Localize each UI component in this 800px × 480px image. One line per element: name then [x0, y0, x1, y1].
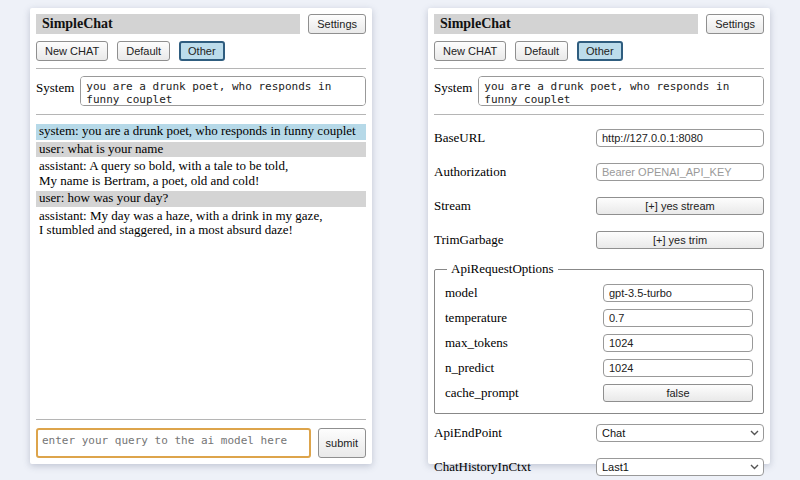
- chathistoryinctxt-label: ChatHistoryInCtxt: [434, 459, 596, 475]
- apiendpoint-label: ApiEndPoint: [434, 425, 596, 441]
- system-label: System: [36, 76, 74, 96]
- authorization-input[interactable]: [596, 163, 764, 181]
- system-prompt-input[interactable]: you are a drunk poet, who responds in fu…: [478, 76, 764, 106]
- n-predict-input[interactable]: [603, 359, 753, 377]
- trimgarbage-label: TrimGarbage: [434, 232, 596, 248]
- chat-message-line: I stumbled and staggered, in a most absu…: [39, 223, 363, 238]
- chathistoryinctxt-select[interactable]: Last1: [596, 458, 764, 476]
- model-label: model: [445, 285, 603, 301]
- session-buttons: New CHAT Default Other: [434, 41, 764, 61]
- system-prompt-row: System you are a drunk poet, who respond…: [434, 76, 764, 106]
- setting-row-cache-prompt: cache_prompt false: [445, 384, 753, 402]
- baseurl-input[interactable]: [596, 129, 764, 147]
- divider: [36, 68, 366, 69]
- chat-message-assistant: assistant: A query so bold, with a tale …: [36, 159, 366, 189]
- query-input[interactable]: [36, 428, 311, 458]
- trimgarbage-toggle-button[interactable]: [+] yes trim: [596, 231, 764, 249]
- empty-space: [36, 241, 366, 413]
- system-label: System: [434, 76, 472, 96]
- settings-panel: SimpleChat Settings New CHAT Default Oth…: [428, 8, 770, 464]
- query-row: submit: [36, 428, 366, 458]
- divider: [434, 68, 764, 69]
- system-prompt-row: System you are a drunk poet, who respond…: [36, 76, 366, 106]
- cache-prompt-toggle-button[interactable]: false: [603, 384, 753, 402]
- chat-message-line: assistant: A query so bold, with a tale …: [39, 159, 363, 174]
- max-tokens-input[interactable]: [603, 334, 753, 352]
- temperature-input[interactable]: [603, 309, 753, 327]
- cache-prompt-label: cache_prompt: [445, 385, 603, 401]
- new-chat-button[interactable]: New CHAT: [434, 41, 506, 61]
- header: SimpleChat Settings: [434, 14, 764, 34]
- setting-row-temperature: temperature: [445, 309, 753, 327]
- chat-message-assistant: assistant: My day was a haze, with a dri…: [36, 209, 366, 239]
- setting-row-baseurl: BaseURL: [434, 129, 764, 147]
- chat-message-line: My name is Bertram, a poet, old and cold…: [39, 174, 363, 189]
- settings-button[interactable]: Settings: [706, 14, 764, 34]
- app-title: SimpleChat: [434, 14, 698, 34]
- setting-row-apiendpoint: ApiEndPoint Chat: [434, 424, 764, 442]
- chat-log: system: you are a drunk poet, who respon…: [36, 124, 366, 241]
- n-predict-label: n_predict: [445, 360, 603, 376]
- setting-row-max-tokens: max_tokens: [445, 334, 753, 352]
- setting-row-model: model: [445, 284, 753, 302]
- setting-row-chathistoryinctxt: ChatHistoryInCtxt Last1: [434, 458, 764, 476]
- divider: [434, 114, 764, 115]
- setting-row-trimgarbage: TrimGarbage [+] yes trim: [434, 231, 764, 249]
- session-button-default[interactable]: Default: [117, 41, 170, 61]
- apiendpoint-select[interactable]: Chat: [596, 424, 764, 442]
- chat-message-system: system: you are a drunk poet, who respon…: [36, 124, 366, 140]
- divider: [36, 114, 366, 115]
- session-button-other[interactable]: Other: [577, 41, 623, 61]
- session-button-other[interactable]: Other: [179, 41, 225, 61]
- setting-row-authorization: Authorization: [434, 163, 764, 181]
- baseurl-label: BaseURL: [434, 130, 596, 146]
- chat-message-line: assistant: My day was a haze, with a dri…: [39, 209, 363, 224]
- temperature-label: temperature: [445, 310, 603, 326]
- app-title: SimpleChat: [36, 14, 300, 34]
- setting-row-n-predict: n_predict: [445, 359, 753, 377]
- authorization-label: Authorization: [434, 164, 596, 180]
- api-request-options-legend: ApiRequestOptions: [447, 261, 558, 277]
- stream-label: Stream: [434, 198, 596, 214]
- header: SimpleChat Settings: [36, 14, 366, 34]
- chat-message-user: user: what is your name: [36, 142, 366, 158]
- settings-button[interactable]: Settings: [308, 14, 366, 34]
- model-input[interactable]: [603, 284, 753, 302]
- stream-toggle-button[interactable]: [+] yes stream: [596, 197, 764, 215]
- setting-row-stream: Stream [+] yes stream: [434, 197, 764, 215]
- max-tokens-label: max_tokens: [445, 335, 603, 351]
- chat-message-line: system: you are a drunk poet, who respon…: [39, 124, 363, 139]
- api-request-options-fieldset: ApiRequestOptions model temperature max_…: [434, 261, 764, 414]
- chat-message-line: user: how was your day?: [39, 191, 363, 206]
- divider: [36, 419, 366, 420]
- system-prompt-input[interactable]: you are a drunk poet, who responds in fu…: [80, 76, 366, 106]
- chat-message-line: user: what is your name: [39, 142, 363, 157]
- session-buttons: New CHAT Default Other: [36, 41, 366, 61]
- session-button-default[interactable]: Default: [515, 41, 568, 61]
- submit-button[interactable]: submit: [318, 428, 366, 458]
- chat-message-user: user: how was your day?: [36, 191, 366, 207]
- new-chat-button[interactable]: New CHAT: [36, 41, 108, 61]
- chat-panel: SimpleChat Settings New CHAT Default Oth…: [30, 8, 372, 464]
